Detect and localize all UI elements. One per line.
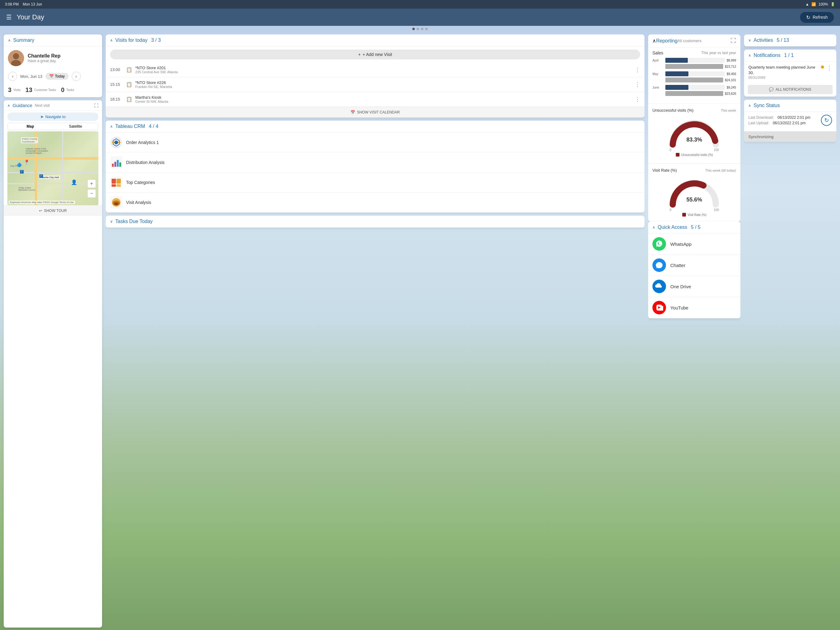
- quick-access-header: ∧ Quick Access 5 / 5: [648, 222, 741, 233]
- activities-expand-icon[interactable]: ∨: [748, 38, 751, 43]
- tasks-expand-icon[interactable]: ∨: [110, 219, 113, 224]
- activities-title: Activities: [753, 38, 773, 43]
- quick-item-chatter[interactable]: Chatter: [648, 255, 741, 276]
- navigate-button[interactable]: ➤ Navigate to: [7, 112, 98, 121]
- hamburger-icon[interactable]: ☰: [6, 14, 12, 21]
- bar-june-prev: $23,626: [725, 92, 736, 95]
- svg-point-4: [114, 141, 118, 144]
- gauge-min-2: 0: [669, 208, 671, 212]
- column-3: ∧ Reporting All customers ⛶ Sales This y…: [648, 35, 741, 628]
- tasks-header: ∨ Tasks Due Today: [106, 216, 644, 228]
- next-date-button[interactable]: ›: [72, 72, 81, 81]
- crm-collapse-icon[interactable]: ∧: [110, 124, 113, 128]
- summary-collapse-icon[interactable]: ∧: [8, 38, 11, 43]
- sync-title: Sync Status: [753, 103, 780, 108]
- sales-period: This year vs last year: [701, 51, 736, 55]
- bar-june-current: $9,245: [726, 86, 736, 89]
- summary-card: ∧ Summary Chantelle Rep Have a great day…: [4, 35, 102, 97]
- sync-row: Last Download: 06/13/2022 2:01 pm Last U…: [748, 115, 832, 126]
- map-zoom-out[interactable]: −: [87, 189, 96, 198]
- sync-refresh-icon[interactable]: ↻: [821, 115, 832, 126]
- user-greeting: Have a great day.: [28, 59, 61, 63]
- quick-item-youtube[interactable]: YouTube: [648, 297, 741, 318]
- gauge-visitrate-chart: 55.6%: [666, 177, 722, 207]
- sync-header: ∧ Sync Status: [744, 100, 836, 112]
- crm-item-1[interactable]: Order Analytics 1: [106, 133, 644, 153]
- visit-more-2[interactable]: ⋮: [635, 81, 640, 88]
- refresh-button[interactable]: ↻ Refresh: [800, 12, 834, 23]
- show-tour-button[interactable]: ↩ SHOW TOUR: [4, 205, 102, 216]
- svg-rect-14: [117, 179, 121, 184]
- navigate-icon: ➤: [40, 114, 44, 119]
- map-tab-map[interactable]: Map: [8, 123, 53, 130]
- visits-card: ∧ Visits for today 3 / 3 + + Add new Vis…: [106, 35, 644, 117]
- dot-1[interactable]: [412, 28, 415, 30]
- bar-may-prev: $24,101: [725, 78, 736, 82]
- prev-date-button[interactable]: ‹: [8, 72, 17, 81]
- youtube-icon: [652, 301, 666, 314]
- reporting-collapse-icon[interactable]: ∧: [652, 38, 656, 44]
- svg-rect-10: [117, 160, 119, 167]
- crm-item-4[interactable]: Visit Analysis: [106, 193, 644, 212]
- activities-count: 5 / 13: [777, 38, 789, 43]
- gauge-legend-2: Visit Rate (%): [682, 213, 707, 217]
- legend-color-2: [682, 213, 686, 217]
- visit-item-2[interactable]: 15:15 📋 *NTO Store #226 Franklin Rd SE, …: [106, 77, 644, 92]
- notif-more-button[interactable]: ⋮: [826, 65, 832, 71]
- gauge-legend-1: Unsuccessful visits (%): [676, 153, 713, 157]
- whatsapp-icon: [652, 237, 666, 251]
- visit-info-2: *NTO Store #226 Franklin Rd SE, Marietta: [135, 80, 632, 89]
- dot-4[interactable]: [425, 28, 428, 30]
- visit-addr-2: Franklin Rd SE, Marietta: [135, 85, 632, 89]
- quick-item-onedrive[interactable]: One Drive: [648, 276, 741, 297]
- visits-collapse-icon[interactable]: ∧: [110, 38, 113, 43]
- visit-item-1[interactable]: 13:00 📋 *NTO Store #201 235 Central Ave …: [106, 62, 644, 77]
- map-tab-satellite[interactable]: Satellite: [53, 123, 98, 130]
- bar-april-current: $8,999: [726, 59, 736, 62]
- month-may: May: [652, 72, 663, 76]
- fullscreen-icon[interactable]: ⛶: [731, 38, 736, 44]
- pagination-dots: [0, 26, 840, 32]
- sync-collapse-icon[interactable]: ∧: [748, 103, 751, 108]
- gauge-unsuccessful-label: Unsuccessful visits (%): [652, 108, 694, 112]
- crm-item-3[interactable]: Top Categories: [106, 173, 644, 193]
- show-calendar-button[interactable]: 📅 SHOW VISIT CALENDAR: [106, 107, 644, 117]
- column-4: ∨ Activities 5 / 13 ∧ Notifications 1 / …: [744, 35, 836, 628]
- guidance-collapse-icon[interactable]: ∧: [7, 103, 10, 108]
- quick-item-whatsapp[interactable]: WhatsApp: [648, 233, 741, 255]
- sync-download-value: 06/13/2022 2:01 pm: [778, 116, 810, 120]
- show-tour-label: SHOW TOUR: [44, 209, 67, 213]
- map-zoom-in[interactable]: +: [87, 179, 96, 188]
- visit-more-3[interactable]: ⋮: [635, 96, 640, 103]
- tasks-label: Tasks: [66, 88, 74, 92]
- quick-access-collapse-icon[interactable]: ∧: [652, 225, 655, 230]
- visit-more-1[interactable]: ⋮: [635, 66, 640, 73]
- dot-2[interactable]: [417, 28, 419, 30]
- notif-dot: [821, 65, 824, 69]
- crm-header: ∧ Tableau CRM 4 / 4: [106, 120, 644, 133]
- visit-icon-3: 📋: [126, 96, 132, 102]
- notifications-collapse-icon[interactable]: ∧: [748, 53, 751, 57]
- guidance-expand-icon[interactable]: ⛶: [94, 103, 98, 108]
- dot-3[interactable]: [421, 28, 423, 30]
- visits-title: Visits for today: [115, 38, 148, 43]
- quick-access-count: 5 / 5: [691, 225, 700, 230]
- add-visit-button[interactable]: + + Add new Visit: [110, 49, 640, 59]
- today-button[interactable]: 📅 Today: [46, 73, 69, 80]
- gauge-unsuccessful-header: Unsuccessful visits (%) This week: [652, 108, 736, 112]
- crm-item-2[interactable]: Distribution Analysis: [106, 153, 644, 173]
- crm-icon-1: [110, 136, 122, 149]
- quick-label-onedrive: One Drive: [670, 284, 691, 289]
- map-tabs: Map Satellite: [7, 123, 98, 130]
- month-april: April: [652, 59, 663, 62]
- quick-label-youtube: YouTube: [670, 305, 688, 310]
- all-notifications-button[interactable]: 💬 ALL NOTIFICATIONS: [748, 85, 833, 94]
- sync-status-card: ∧ Sync Status Last Download: 06/13/2022 …: [744, 100, 836, 142]
- visit-item-3[interactable]: 18:15 📋 Martha's Kiosk Center St NW, Atl…: [106, 92, 644, 107]
- crm-icon-3: [110, 176, 122, 188]
- add-visit-label: + Add new Visit: [363, 52, 392, 57]
- gauge-max-2: 100: [714, 208, 719, 212]
- status-right: ▲ 📶 100% 🔋: [805, 2, 835, 6]
- page-title: Your Day: [17, 13, 44, 21]
- gauge-unsuccessful: Unsuccessful visits (%) This week 83.3% …: [648, 106, 741, 161]
